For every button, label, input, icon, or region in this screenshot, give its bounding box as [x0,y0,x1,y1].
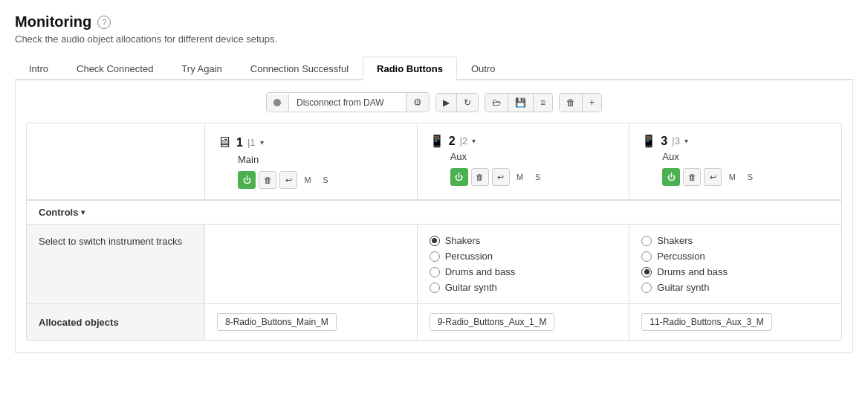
device-1-power-btn[interactable]: ⏻ [238,171,256,189]
radio-desc-col: Select to switch instrument tracks [27,225,205,303]
radio-circle-3-3[interactable] [641,267,652,277]
radio-col-2: Shakers Percussion Drums and bass Guitar… [418,225,630,303]
device-1-delete-btn[interactable]: 🗑 [259,171,276,189]
toolbar-row: Disconnect from DAW ⚙ ▶ ↻ 🗁 💾 ≡ 🗑 + [26,92,842,112]
device-2-name: Aux [450,151,618,162]
radio-circle-2-1[interactable] [430,236,440,246]
radio-label-3-4: Guitar synth [657,282,709,293]
radio-inner-2-1 [432,238,437,243]
controls-label: Controls ▾ [39,207,85,218]
file-group: 🗁 💾 ≡ [485,93,553,112]
delete-button[interactable]: 🗑 [560,94,583,112]
device-1-controls: ⏻ 🗑 ↩ M S [238,171,405,189]
daw-gear-button[interactable]: ⚙ [406,93,429,112]
device-3-undo-btn[interactable]: ↩ [704,168,722,186]
tab-connection-successful[interactable]: Connection Successful [236,57,363,80]
device-1-name: Main [238,154,405,165]
device-1-m-btn[interactable]: M [300,171,315,189]
radio-item-2-1[interactable]: Shakers [430,235,618,246]
device-2-m-btn[interactable]: M [513,168,528,186]
device-3-icon: 📱 [641,134,656,148]
device-col-3: 📱 3 |3 ▾ Aux ⏻ 🗑 ↩ M S [629,123,841,199]
page-title: Monitoring [15,13,91,30]
daw-dot-indicator [267,94,289,111]
folder-button[interactable]: 🗁 [485,94,508,112]
device-2-icon: 📱 [430,134,444,148]
tab-check-connected[interactable]: Check Connected [62,57,167,80]
allocated-label-col: Allocated objects [27,304,205,340]
radio-col-3: Shakers Percussion Drums and bass [629,225,841,303]
radio-item-2-4[interactable]: Guitar synth [430,282,618,293]
tab-radio-buttons[interactable]: Radio Buttons [363,57,457,80]
radio-label-2-4: Guitar synth [445,282,497,293]
radio-item-3-1[interactable]: Shakers [641,235,829,246]
device-2-number: 2 [449,135,456,148]
radio-circle-3-4[interactable] [641,283,652,293]
device-1-icon: 🖥 [217,134,232,151]
allocated-badge-2: 9-Radio_Buttons_Aux_1_M [430,313,555,331]
radio-label-3-1: Shakers [657,235,693,246]
device-2-dropdown[interactable]: ▾ [472,137,476,145]
help-icon[interactable]: ? [97,16,111,29]
radio-label-2-2: Percussion [445,251,493,262]
daw-label: Disconnect from DAW [289,94,406,112]
title-row: Monitoring ? [15,13,853,30]
device-col-2: 📱 2 |2 ▾ Aux ⏻ 🗑 ↩ M S [418,123,630,199]
device-3-number: 3 [661,135,667,148]
radio-circle-3-2[interactable] [641,251,652,262]
radio-circle-2-2[interactable] [430,251,440,262]
device-3-delete-btn[interactable]: 🗑 [683,168,701,186]
add-button[interactable]: + [583,94,601,112]
allocated-val-col-1: 8-Radio_Buttons_Main_M [205,304,418,340]
device-3-power-btn[interactable]: ⏻ [662,168,680,186]
device-2-num-row: 📱 2 |2 ▾ [430,134,618,148]
radio-circle-2-4[interactable] [430,283,440,293]
transport-group: ▶ ↻ [435,93,479,112]
device-3-num-row: 📱 3 |3 ▾ [641,134,829,148]
status-dot [273,99,281,106]
radio-item-3-2[interactable]: Percussion [641,251,829,262]
radio-item-3-3[interactable]: Drums and bass [641,266,829,277]
device-1-dropdown[interactable]: ▾ [260,138,264,146]
allocated-val-col-3: 11-Radio_Buttons_Aux_3_M [629,304,841,340]
radio-col-1 [205,225,418,303]
device-3-name: Aux [662,151,829,162]
radio-item-2-3[interactable]: Drums and bass [430,266,618,277]
device-3-s-btn[interactable]: S [742,168,757,186]
allocated-label: Allocated objects [39,317,119,328]
device-3-dropdown[interactable]: ▾ [684,137,688,145]
controls-dropdown-arrow[interactable]: ▾ [81,208,85,216]
device-2-power-btn[interactable]: ⏻ [450,168,468,186]
radio-label-2-3: Drums and bass [445,266,516,277]
allocated-badge-1: 8-Radio_Buttons_Main_M [217,313,337,331]
controls-label-text: Controls [39,207,78,218]
device-3-sep: |3 [672,135,680,146]
tab-outro[interactable]: Outro [457,57,510,80]
tabs-row: Intro Check Connected Try Again Connecti… [15,55,853,80]
tab-intro[interactable]: Intro [15,57,62,80]
radio-item-3-4[interactable]: Guitar synth [641,282,829,293]
refresh-button[interactable]: ↻ [457,94,478,112]
device-2-sep: |2 [460,135,468,146]
menu-button[interactable]: ≡ [534,94,552,112]
radio-circle-3-1[interactable] [641,236,652,246]
tab-try-again[interactable]: Try Again [167,57,236,80]
device-1-s-btn[interactable]: S [318,171,333,189]
device-2-controls: ⏻ 🗑 ↩ M S [450,168,618,186]
device-2-undo-btn[interactable]: ↩ [492,168,510,186]
device-2-s-btn[interactable]: S [531,168,545,186]
device-2-delete-btn[interactable]: 🗑 [471,168,489,186]
radio-section-row: Select to switch instrument tracks Shake… [27,225,841,304]
device-label-col-empty [27,123,205,199]
device-1-undo-btn[interactable]: ↩ [279,171,297,189]
radio-circle-2-3[interactable] [430,267,440,277]
device-3-m-btn[interactable]: M [725,168,739,186]
device-1-number: 1 [236,136,243,149]
save-button[interactable]: 💾 [508,94,534,112]
devices-area: 🖥 1 |1 ▾ Main ⏻ 🗑 ↩ M S [26,123,842,341]
allocated-badge-3: 11-Radio_Buttons_Aux_3_M [641,313,771,331]
main-content: Disconnect from DAW ⚙ ▶ ↻ 🗁 💾 ≡ 🗑 + [15,80,853,353]
device-3-controls: ⏻ 🗑 ↩ M S [662,168,829,186]
radio-item-2-2[interactable]: Percussion [430,251,618,262]
play-button[interactable]: ▶ [436,94,457,112]
